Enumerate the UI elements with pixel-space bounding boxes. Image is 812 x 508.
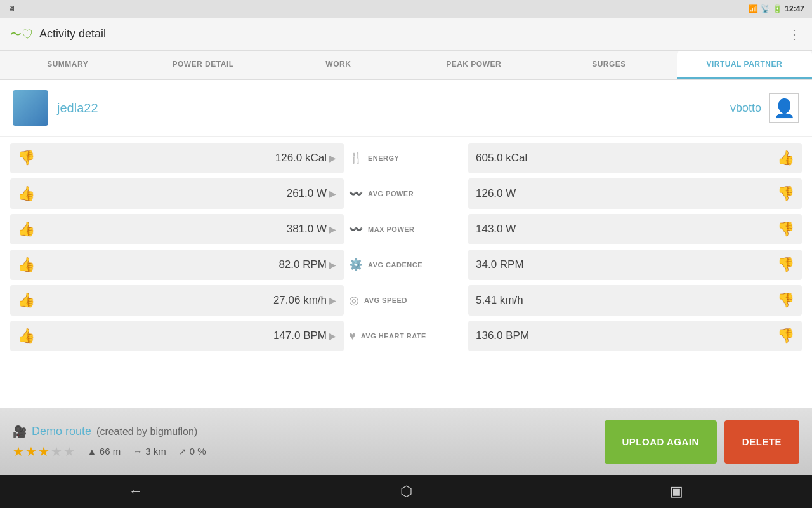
thumb-up-avg-heart-rate-left: 👍 (18, 328, 35, 344)
person-icon: 👤 (773, 98, 796, 119)
tab-work[interactable]: WORK (271, 51, 406, 79)
stat-middle-avg-heart-rate: ♥ AVG HEART RATE (349, 330, 463, 343)
stat-value-avg-cadence-left: 82.0 RPM (278, 258, 327, 271)
bottom-section: 🎥 Demo route (created by bigmuflon) ★ ★ … (0, 408, 812, 475)
stat-value-avg-power-right: 126.0 W (476, 187, 777, 200)
upload-again-button[interactable]: UPLOAD AGAIN (605, 420, 717, 464)
route-title: 🎥 Demo route (created by bigmuflon) (13, 425, 605, 439)
stat-value-energy-left: 126.0 kCal (275, 152, 327, 164)
stat-cell-left-max-power: 👍 381.0 W ▶ (10, 214, 344, 244)
battery-icon: 🔋 (773, 4, 782, 13)
time-display: 12:47 (785, 4, 804, 13)
stat-cell-right-max-power: 143.0 W 👎 (468, 214, 802, 244)
gradient-value: 0 % (190, 446, 206, 457)
route-elevation: ▲ 66 m (88, 446, 121, 457)
overflow-menu-button[interactable]: ⋮ (788, 27, 802, 42)
elevation-value: 66 m (100, 446, 121, 457)
star-4: ★ (51, 444, 62, 459)
avatar-left (13, 90, 48, 126)
stat-cell-right-avg-speed: 5.41 km/h 👎 (468, 285, 802, 316)
star-rating: ★ ★ ★ ★ ★ (13, 444, 75, 459)
tab-surges[interactable]: SURGES (541, 51, 676, 79)
stat-cell-right-avg-cadence: 34.0 RPM 👎 (468, 250, 802, 280)
username-right[interactable]: vbotto (730, 102, 761, 115)
stat-row-max-power: 👍 381.0 W ▶ 〰️ MAX POWER 143.0 W 👎 (10, 214, 802, 244)
stats-container: 👎 126.0 kCal ▶ 🍴 ENERGY 605.0 kCal 👍 👍 2… (0, 137, 812, 358)
thumb-down-avg-cadence-right: 👎 (777, 257, 794, 273)
gradient-icon: ↗ (179, 446, 187, 457)
max-power-icon: 〰️ (349, 222, 363, 236)
arrow-energy-left: ▶ (329, 153, 336, 163)
route-info: 🎥 Demo route (created by bigmuflon) ★ ★ … (13, 425, 605, 459)
signal-icon: 📡 (761, 4, 770, 13)
tab-power-detail[interactable]: POWER DETAIL (135, 51, 270, 79)
thumb-down-max-power-right: 👎 (777, 221, 794, 237)
stat-value-energy-right: 605.0 kCal (476, 152, 777, 164)
tab-bar: SUMMARY POWER DETAIL WORK PEAK POWER SUR… (0, 51, 812, 80)
recents-button[interactable]: ▣ (670, 483, 683, 500)
stat-middle-avg-cadence: ⚙️ AVG CADENCE (349, 258, 463, 272)
tab-summary[interactable]: SUMMARY (0, 51, 135, 79)
stat-middle-max-power: 〰️ MAX POWER (349, 222, 463, 236)
action-buttons: UPLOAD AGAIN DELETE (605, 420, 799, 464)
nav-bar: ← ⬡ ▣ (0, 475, 812, 508)
tab-virtual-partner[interactable]: VIRTUAL PARTNER (677, 51, 812, 79)
stat-label-avg-cadence: AVG CADENCE (368, 261, 422, 269)
delete-button[interactable]: DELETE (724, 420, 799, 464)
stat-value-max-power-left: 381.0 W (287, 223, 327, 236)
avg-power-icon: 〰️ (349, 187, 363, 201)
stat-value-avg-speed-left: 27.06 km/h (273, 294, 327, 307)
stat-middle-avg-power: 〰️ AVG POWER (349, 187, 463, 201)
cadence-icon: ⚙️ (349, 258, 363, 272)
star-1: ★ (13, 444, 24, 459)
screen-icon: 🖥 (8, 4, 15, 13)
thumb-down-avg-power-right: 👎 (777, 185, 794, 202)
title-bar: 〜♡ Activity detail ⋮ (0, 18, 812, 51)
back-button[interactable]: ← (129, 483, 143, 500)
distance-value: 3 km (145, 446, 166, 457)
thumb-up-energy-right: 👍 (777, 150, 794, 166)
heart-icon: ♥ (349, 330, 356, 343)
speed-icon: ◎ (349, 293, 359, 307)
stat-cell-left-avg-cadence: 👍 82.0 RPM ▶ (10, 250, 344, 280)
thumb-down-energy-left: 👎 (18, 150, 35, 166)
thumb-up-avg-cadence-left: 👍 (18, 257, 35, 273)
stat-value-max-power-right: 143.0 W (476, 223, 777, 236)
star-3: ★ (38, 444, 49, 459)
stat-row-avg-speed: 👍 27.06 km/h ▶ ◎ AVG SPEED 5.41 km/h 👎 (10, 285, 802, 316)
stat-cell-right-avg-heart-rate: 136.0 BPM 👎 (468, 321, 802, 351)
distance-icon: ↔ (133, 446, 142, 457)
stat-row-avg-power: 👍 261.0 W ▶ 〰️ AVG POWER 126.0 W 👎 (10, 178, 802, 209)
username-left[interactable]: jedla22 (57, 101, 98, 116)
star-5: ★ (63, 444, 75, 459)
stat-row-avg-heart-rate: 👍 147.0 BPM ▶ ♥ AVG HEART RATE 136.0 BPM… (10, 321, 802, 351)
home-button[interactable]: ⬡ (400, 483, 412, 500)
stat-middle-energy: 🍴 ENERGY (349, 151, 463, 165)
thumb-down-avg-heart-rate-right: 👎 (777, 328, 794, 344)
page-title: Activity detail (39, 27, 788, 41)
stat-label-avg-speed: AVG SPEED (364, 297, 407, 304)
stat-label-avg-power: AVG POWER (368, 190, 414, 197)
arrow-max-power-left: ▶ (329, 224, 336, 234)
stat-cell-left-avg-speed: 👍 27.06 km/h ▶ (10, 285, 344, 316)
avatar-right: 👤 (769, 93, 799, 123)
stat-value-avg-heart-rate-left: 147.0 BPM (273, 330, 327, 342)
camera-icon: 🎥 (13, 425, 27, 439)
thumb-up-avg-power-left: 👍 (18, 185, 35, 202)
status-bar-left: 🖥 (8, 4, 15, 13)
stat-value-avg-heart-rate-right: 136.0 BPM (476, 330, 777, 342)
stat-cell-left-avg-heart-rate: 👍 147.0 BPM ▶ (10, 321, 344, 351)
star-2: ★ (25, 444, 37, 459)
stat-row-avg-cadence: 👍 82.0 RPM ▶ ⚙️ AVG CADENCE 34.0 RPM 👎 (10, 250, 802, 280)
activity-icon: 〜♡ (10, 27, 33, 42)
stat-cell-right-energy: 605.0 kCal 👍 (468, 143, 802, 173)
stat-label-avg-heart-rate: AVG HEART RATE (361, 332, 426, 340)
arrow-avg-speed-left: ▶ (329, 295, 336, 305)
stat-cell-left-energy: 👎 126.0 kCal ▶ (10, 143, 344, 173)
thumb-up-max-power-left: 👍 (18, 221, 35, 237)
route-name[interactable]: Demo route (32, 425, 91, 438)
partner-header: jedla22 vbotto 👤 (0, 80, 812, 137)
arrow-avg-cadence-left: ▶ (329, 260, 336, 270)
route-stats: ★ ★ ★ ★ ★ ▲ 66 m ↔ 3 km ↗ 0 % (13, 444, 605, 459)
tab-peak-power[interactable]: PEAK POWER (406, 51, 541, 79)
